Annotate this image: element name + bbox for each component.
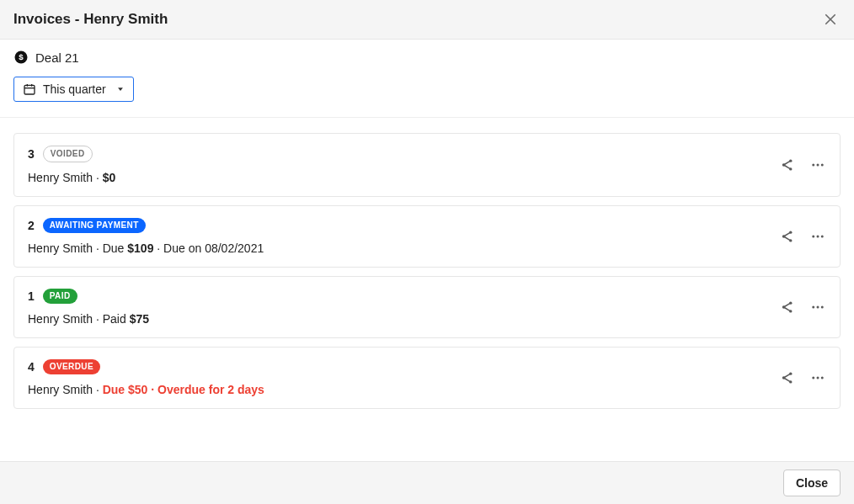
modal-title: Invoices - Henry Smith [13, 11, 168, 28]
invoice-card[interactable]: 2 AWAITING PAYMENT Henry Smith · Due $10… [13, 205, 841, 268]
share-icon[interactable] [779, 369, 796, 386]
svg-point-23 [817, 236, 819, 238]
close-button[interactable]: Close [783, 470, 841, 496]
svg-point-30 [812, 306, 814, 309]
card-actions [779, 369, 826, 386]
invoice-subline: Henry Smith · Due $109 · Due on 08/02/20… [28, 241, 264, 255]
more-icon[interactable] [809, 157, 826, 173]
invoice-card[interactable]: 3 VOIDED Henry Smith · $0 [13, 133, 841, 197]
svg-point-15 [817, 164, 819, 167]
detail-suffix: · Due on 08/02/2021 [153, 241, 264, 255]
svg-rect-4 [24, 85, 35, 94]
close-icon[interactable] [820, 9, 841, 29]
more-icon[interactable] [809, 228, 826, 245]
invoice-number: 4 [28, 360, 35, 374]
svg-point-24 [821, 236, 824, 238]
deal-row: $ Deal 21 [13, 50, 841, 65]
invoice-subline: Henry Smith · $0 [28, 171, 115, 184]
status-badge: OVERDUE [43, 359, 100, 374]
currency-icon: $ [13, 50, 29, 65]
more-icon[interactable] [809, 369, 826, 386]
period-selector[interactable]: This quarter [13, 77, 134, 102]
invoice-subline: Henry Smith · Due $50 · Overdue for 2 da… [28, 383, 264, 396]
svg-text:$: $ [19, 52, 24, 61]
svg-point-39 [817, 377, 819, 379]
detail-suffix: · Overdue for 2 days [147, 383, 264, 396]
invoice-number: 2 [28, 219, 35, 232]
svg-rect-13 [783, 164, 790, 169]
card-actions [779, 299, 826, 316]
invoice-list: 3 VOIDED Henry Smith · $0 [0, 118, 854, 461]
customer-name: Henry Smith [28, 383, 93, 396]
invoice-card[interactable]: 4 OVERDUE Henry Smith · Due $50 · Overdu… [13, 347, 841, 409]
invoice-number: 1 [28, 289, 35, 303]
status-badge: AWAITING PAYMENT [43, 218, 146, 233]
modal-header: Invoices - Henry Smith [0, 0, 854, 40]
invoice-amount: $109 [127, 241, 153, 255]
svg-point-14 [812, 164, 814, 167]
modal-subheader: $ Deal 21 This quarter [0, 40, 854, 118]
calendar-icon [23, 82, 36, 96]
status-badge: VOIDED [43, 146, 93, 162]
card-actions [779, 157, 826, 173]
customer-name: Henry Smith [28, 312, 93, 326]
deal-label: Deal 21 [35, 50, 79, 65]
svg-marker-8 [118, 88, 123, 91]
svg-rect-29 [783, 306, 790, 311]
detail-prefix: Paid [103, 312, 130, 326]
invoices-modal: Invoices - Henry Smith $ Deal 21 [0, 0, 854, 504]
period-label: This quarter [43, 82, 106, 96]
svg-point-16 [821, 164, 824, 167]
invoice-subline: Henry Smith · Paid $75 [28, 312, 149, 326]
invoice-amount: $75 [130, 312, 149, 326]
more-icon[interactable] [809, 299, 826, 316]
share-icon[interactable] [779, 299, 796, 316]
customer-name: Henry Smith [28, 171, 93, 184]
svg-point-40 [821, 377, 824, 379]
invoice-amount: Due $50 [103, 383, 148, 396]
svg-rect-37 [783, 377, 790, 382]
share-icon[interactable] [779, 228, 796, 245]
share-icon[interactable] [779, 157, 796, 173]
card-actions [779, 228, 826, 245]
invoice-card[interactable]: 1 PAID Henry Smith · Paid $75 [13, 276, 841, 338]
svg-point-38 [812, 377, 814, 379]
chevron-down-icon [116, 85, 125, 93]
invoice-amount: $0 [103, 171, 116, 184]
status-badge: PAID [43, 289, 77, 304]
detail-prefix: Due [103, 241, 128, 255]
svg-rect-21 [783, 236, 790, 241]
svg-point-31 [817, 306, 819, 309]
modal-footer: Close [0, 461, 854, 504]
svg-point-22 [812, 236, 814, 238]
invoice-number: 3 [28, 147, 35, 161]
customer-name: Henry Smith [28, 241, 93, 255]
svg-point-32 [821, 306, 824, 309]
